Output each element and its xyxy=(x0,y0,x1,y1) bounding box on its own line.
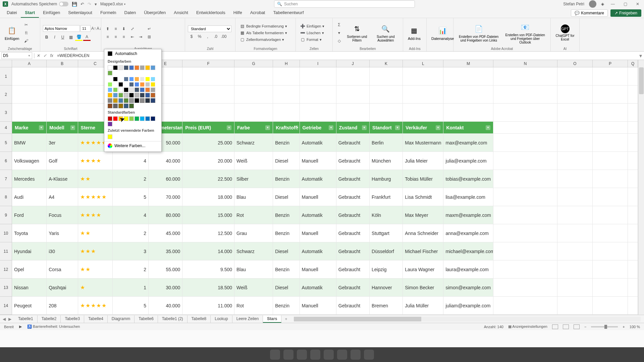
column-header[interactable]: B xyxy=(47,60,78,67)
column-header[interactable]: O xyxy=(557,60,593,67)
table-cell[interactable]: Benzin xyxy=(273,206,300,224)
comments-button[interactable]: 💬 Kommentare xyxy=(571,9,608,17)
table-cell[interactable] xyxy=(628,260,638,279)
table-cell[interactable]: Gebraucht xyxy=(336,152,370,170)
table-cell[interactable] xyxy=(557,134,593,152)
merge-icon[interactable]: ⊞ xyxy=(146,33,153,41)
color-swatch[interactable] xyxy=(145,77,150,81)
color-swatch[interactable] xyxy=(145,98,150,103)
expand-formula-icon[interactable]: ▾ xyxy=(637,53,644,59)
table-cell[interactable]: Rot xyxy=(234,297,273,315)
zoom-in-icon[interactable]: + xyxy=(623,325,625,329)
table-header[interactable]: Farbe▾ xyxy=(234,122,273,134)
row-header[interactable]: 13 xyxy=(0,279,12,297)
row-header[interactable]: 7 xyxy=(0,170,12,188)
table-cell[interactable]: Automatik xyxy=(300,134,336,152)
table-cell[interactable]: Opel xyxy=(12,260,47,279)
table-cell[interactable]: Laura Wagner xyxy=(403,260,443,279)
table-cell[interactable]: 15.000 xyxy=(182,206,234,224)
table-cell[interactable] xyxy=(493,152,557,170)
table-cell[interactable]: Benzin xyxy=(273,297,300,315)
task-icon[interactable] xyxy=(310,350,320,360)
table-cell[interactable]: Schwarz xyxy=(234,242,273,260)
column-header[interactable]: P xyxy=(593,60,628,67)
toggle-icon[interactable] xyxy=(59,2,68,6)
display-settings[interactable]: ▦ Anzeigeeinstellungen xyxy=(508,324,547,329)
sheet-tab[interactable]: Tabelle1 (2) xyxy=(158,315,187,323)
table-cell[interactable] xyxy=(493,134,557,152)
sheet-tab[interactable]: Tabelle3 xyxy=(61,315,84,323)
row-header[interactable]: 10 xyxy=(0,224,12,242)
table-cell[interactable]: Diesel xyxy=(273,152,300,170)
color-swatch[interactable] xyxy=(118,93,123,98)
table-cell[interactable]: 9.500 xyxy=(182,260,234,279)
indent-decrease-icon[interactable]: ⇤ xyxy=(129,33,136,41)
table-cell[interactable]: Ford xyxy=(12,206,47,224)
color-swatch[interactable] xyxy=(108,122,112,126)
fill-color-icon[interactable]: 🪣 xyxy=(75,34,83,41)
percent-icon[interactable]: % xyxy=(196,33,203,40)
column-header[interactable]: A xyxy=(12,60,47,67)
color-swatch[interactable] xyxy=(118,87,123,92)
column-header[interactable]: J xyxy=(336,60,370,67)
color-swatch[interactable] xyxy=(129,93,134,98)
table-cell[interactable]: max@example.com xyxy=(443,134,493,152)
color-swatch[interactable] xyxy=(113,87,118,92)
table-cell[interactable]: Bremen xyxy=(370,297,403,315)
filter-icon[interactable]: ▾ xyxy=(362,125,367,130)
table-cell[interactable]: Anna Schneider xyxy=(403,224,443,242)
table-cell[interactable]: 2 xyxy=(113,224,149,242)
column-header[interactable]: I xyxy=(300,60,336,67)
color-swatch[interactable] xyxy=(113,65,118,70)
table-cell[interactable] xyxy=(493,224,557,242)
enter-formula-icon[interactable]: ✓ xyxy=(42,53,48,58)
menu-tab-start[interactable]: Start xyxy=(21,8,39,18)
data-analysis-button[interactable]: 📊 Datenanalyse xyxy=(429,19,456,46)
table-header[interactable]: Kraftstoff▾ xyxy=(273,122,300,134)
table-cell[interactable]: A-Klasse xyxy=(47,170,78,188)
filter-icon[interactable]: ▾ xyxy=(70,125,75,130)
table-cell[interactable]: 1 xyxy=(113,279,149,297)
table-cell[interactable]: Gebraucht xyxy=(336,134,370,152)
color-swatch[interactable] xyxy=(129,104,134,108)
color-swatch[interactable] xyxy=(113,116,118,121)
color-swatch[interactable] xyxy=(108,93,112,98)
italic-icon[interactable]: I xyxy=(51,34,58,41)
color-swatch[interactable] xyxy=(108,98,112,103)
row-header[interactable]: 5 xyxy=(0,134,12,152)
table-cell[interactable]: 18.000 xyxy=(182,188,234,206)
table-cell[interactable]: Manuell xyxy=(300,188,336,206)
table-cell[interactable]: 30.000 xyxy=(149,279,182,297)
color-swatch[interactable] xyxy=(108,87,112,92)
name-box[interactable]: D5▼ xyxy=(1,52,32,59)
table-cell[interactable] xyxy=(593,279,628,297)
table-cell[interactable]: 40.000 xyxy=(149,152,182,170)
table-cell[interactable]: 2 xyxy=(113,170,149,188)
table-cell[interactable]: Manuell xyxy=(300,260,336,279)
table-cell[interactable] xyxy=(593,242,628,260)
color-swatch[interactable] xyxy=(113,98,118,103)
sheet-tab[interactable]: Tabelle1 xyxy=(14,315,38,323)
copy-icon[interactable]: ⎘ xyxy=(22,29,30,37)
row-header[interactable]: 6 xyxy=(0,152,12,170)
table-cell[interactable]: Corsa xyxy=(47,260,78,279)
table-cell[interactable]: Mercedes xyxy=(12,170,47,188)
menu-tab-datei[interactable]: Datei xyxy=(3,8,21,18)
table-cell[interactable]: ★★ xyxy=(78,260,113,279)
qat-dropdown-icon[interactable]: ▾ xyxy=(95,2,97,7)
table-cell[interactable]: Nissan xyxy=(12,279,47,297)
color-swatch[interactable] xyxy=(124,93,128,98)
font-size-combo[interactable] xyxy=(80,25,91,32)
bold-icon[interactable]: B xyxy=(43,34,50,41)
task-icon[interactable] xyxy=(337,350,347,360)
automatic-color-item[interactable]: Automatisch xyxy=(104,49,161,58)
table-header[interactable]: Standort▾ xyxy=(370,122,403,134)
wrap-text-icon[interactable]: ↵ xyxy=(146,25,153,33)
table-cell[interactable]: 80.000 xyxy=(149,206,182,224)
format-as-table-button[interactable]: ▦Als Tabelle formatieren ▾ xyxy=(238,30,293,36)
more-colors-item[interactable]: Weitere Farben... xyxy=(104,141,161,150)
color-swatch[interactable] xyxy=(135,82,139,87)
diamond-icon[interactable]: ◈ xyxy=(601,2,604,6)
table-cell[interactable] xyxy=(593,188,628,206)
table-cell[interactable]: Focus xyxy=(47,206,78,224)
